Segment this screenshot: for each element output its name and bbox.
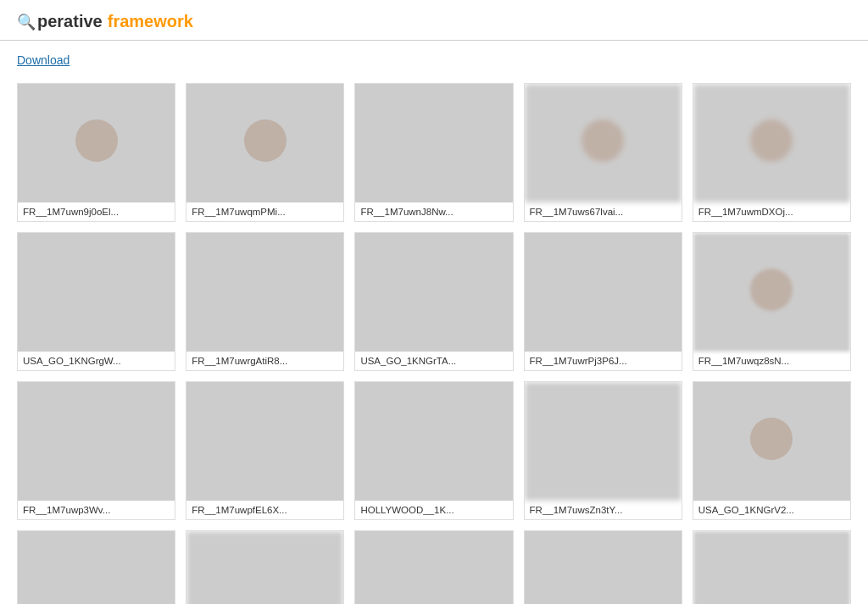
- gallery-item[interactable]: FR__1M7uwnJ8Nw...: [354, 83, 513, 222]
- image-label: FR__1M7uwp3Wv...: [18, 501, 175, 519]
- thumbnail: [693, 84, 850, 202]
- gallery-item[interactable]: USA_GO_1KNGrgW...: [17, 232, 175, 371]
- app-header: 🔍 perative framework: [0, 0, 868, 41]
- image-label: USA_GO_1KNGrTA...: [355, 352, 512, 370]
- thumbnail: [355, 233, 512, 352]
- image-label: FR__1M7uwnJ8Nw...: [355, 202, 512, 221]
- image-label: FR__1M7uwqz8sN...: [693, 352, 850, 370]
- thumbnail: [18, 233, 175, 352]
- image-label: FR__1M7uwrgAtiR8...: [186, 352, 343, 370]
- gallery-item[interactable]: USA_GO_1KNGrV2...: [693, 381, 851, 520]
- thumbnail: [186, 382, 343, 501]
- gallery-item[interactable]: FR__1M7uwn9j0oEl...: [17, 83, 175, 222]
- gallery-item[interactable]: FR__1M7uwpfEL6X...: [186, 381, 344, 520]
- toolbar: Download: [0, 41, 868, 76]
- gallery-item[interactable]: FR__1M7uw...: [186, 530, 344, 604]
- thumbnail: [525, 382, 682, 501]
- image-label: FR__1M7uwmDXOj...: [693, 202, 850, 221]
- image-label: FR__1M7uwqmPMi...: [186, 202, 343, 221]
- thumbnail: [186, 531, 343, 604]
- thumbnail: [186, 233, 343, 352]
- logo-op: perative: [37, 12, 103, 31]
- image-label: FR__1M7uwn9j0oEl...: [18, 202, 175, 221]
- thumbnail: [525, 233, 682, 352]
- download-link[interactable]: Download: [17, 53, 70, 67]
- gallery-item[interactable]: FR__1M7uwp3Wv...: [17, 381, 175, 520]
- image-label: USA_GO_1KNGrgW...: [18, 352, 175, 370]
- thumbnail: [525, 84, 682, 202]
- thumbnail: [693, 382, 850, 501]
- logo-icon: 🔍: [17, 13, 36, 31]
- thumbnail: [355, 84, 512, 202]
- gallery-item[interactable]: FR__1M7uw...: [354, 530, 513, 604]
- thumbnail: [355, 382, 512, 501]
- image-label: FR__1M7uws67lvai...: [525, 202, 682, 221]
- thumbnail: [186, 84, 343, 202]
- image-label: FR__1M7uwpfEL6X...: [186, 501, 343, 519]
- gallery-item[interactable]: FR__1M7uwqz8sN...: [693, 232, 851, 371]
- thumbnail: [355, 531, 512, 604]
- thumbnail: [18, 84, 175, 202]
- image-label: HOLLYWOOD__1K...: [355, 501, 512, 519]
- gallery-item[interactable]: FR__1M7uws67lvai...: [524, 83, 682, 222]
- logo-framework: framework: [108, 12, 193, 31]
- gallery-item[interactable]: FR__1M7uw...: [693, 530, 851, 604]
- thumbnail: [693, 233, 850, 352]
- thumbnail: [18, 531, 175, 604]
- gallery-item[interactable]: HOLLYWOOD__1K...: [354, 381, 513, 520]
- gallery-item[interactable]: FR__1M7uwmDXOj...: [693, 83, 851, 222]
- image-label: USA_GO_1KNGrV2...: [693, 501, 850, 519]
- image-label: FR__1M7uwrPj3P6J...: [525, 352, 682, 370]
- gallery-item[interactable]: FR__1M7uw...: [17, 530, 175, 604]
- image-label: FR__1M7uwsZn3tY...: [525, 501, 682, 519]
- thumbnail: [18, 382, 175, 501]
- gallery-item[interactable]: FR__1M7uwrPj3P6J...: [524, 232, 682, 371]
- thumbnail: [693, 531, 850, 604]
- thumbnail: [525, 531, 682, 604]
- gallery-item[interactable]: FR__1M7uwsZn3tY...: [524, 381, 682, 520]
- gallery-item[interactable]: USA_GO_1KNGrTA...: [354, 232, 513, 371]
- gallery: FR__1M7uwn9j0oEl...FR__1M7uwqmPMi...FR__…: [0, 76, 868, 604]
- gallery-item[interactable]: FR__1M7uw...: [524, 530, 682, 604]
- gallery-item[interactable]: FR__1M7uwqmPMi...: [186, 83, 344, 222]
- gallery-item[interactable]: FR__1M7uwrgAtiR8...: [186, 232, 344, 371]
